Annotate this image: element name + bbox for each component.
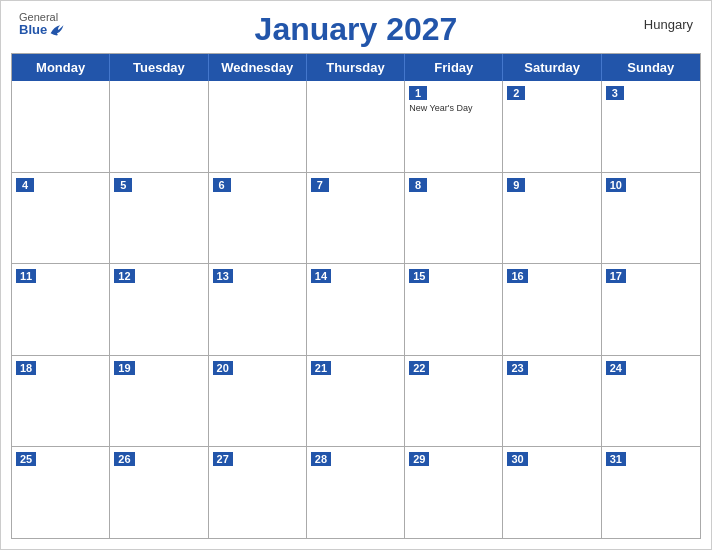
day-cell: 15 — [405, 264, 503, 355]
day-cell: 6 — [209, 173, 307, 264]
day-cell: 19 — [110, 356, 208, 447]
logo-area: General Blue — [19, 11, 65, 37]
day-number: 12 — [114, 269, 134, 283]
day-cell: 7 — [307, 173, 405, 264]
day-cell: 12 — [110, 264, 208, 355]
holiday-label: New Year's Day — [409, 103, 498, 114]
day-cell: 5 — [110, 173, 208, 264]
day-cell: 22 — [405, 356, 503, 447]
day-number: 30 — [507, 452, 527, 466]
day-cell: 2 — [503, 81, 601, 172]
day-header-saturday: Saturday — [503, 54, 601, 81]
day-number: 19 — [114, 361, 134, 375]
day-number: 23 — [507, 361, 527, 375]
day-cell: 16 — [503, 264, 601, 355]
day-number: 20 — [213, 361, 233, 375]
day-number: 29 — [409, 452, 429, 466]
day-cell: 31 — [602, 447, 700, 538]
day-header-friday: Friday — [405, 54, 503, 81]
day-header-wednesday: Wednesday — [209, 54, 307, 81]
calendar-title: January 2027 — [255, 11, 458, 48]
weeks-container: 1New Year's Day2345678910111213141516171… — [12, 81, 700, 538]
day-number: 13 — [213, 269, 233, 283]
day-cell: 14 — [307, 264, 405, 355]
day-number: 22 — [409, 361, 429, 375]
day-number: 6 — [213, 178, 231, 192]
day-number: 16 — [507, 269, 527, 283]
day-cell — [209, 81, 307, 172]
day-number: 14 — [311, 269, 331, 283]
day-cell: 25 — [12, 447, 110, 538]
day-number: 26 — [114, 452, 134, 466]
calendar-container: General Blue January 2027 Hungary Monday… — [0, 0, 712, 550]
day-number: 2 — [507, 86, 525, 100]
day-number: 11 — [16, 269, 36, 283]
day-cell: 18 — [12, 356, 110, 447]
week-row-4: 18192021222324 — [12, 356, 700, 448]
day-header-monday: Monday — [12, 54, 110, 81]
day-cell: 20 — [209, 356, 307, 447]
day-cell: 11 — [12, 264, 110, 355]
day-number: 5 — [114, 178, 132, 192]
logo-bird-icon — [49, 23, 65, 37]
day-number: 28 — [311, 452, 331, 466]
day-header-sunday: Sunday — [602, 54, 700, 81]
day-cell: 30 — [503, 447, 601, 538]
day-number: 1 — [409, 86, 427, 100]
day-cell: 29 — [405, 447, 503, 538]
day-number: 27 — [213, 452, 233, 466]
day-cell: 8 — [405, 173, 503, 264]
day-number: 15 — [409, 269, 429, 283]
day-cell: 3 — [602, 81, 700, 172]
day-cell: 27 — [209, 447, 307, 538]
day-headers-row: MondayTuesdayWednesdayThursdayFridaySatu… — [12, 54, 700, 81]
week-row-2: 45678910 — [12, 173, 700, 265]
day-number: 4 — [16, 178, 34, 192]
day-cell — [110, 81, 208, 172]
day-cell: 17 — [602, 264, 700, 355]
day-header-thursday: Thursday — [307, 54, 405, 81]
day-number: 10 — [606, 178, 626, 192]
day-number: 17 — [606, 269, 626, 283]
day-cell: 24 — [602, 356, 700, 447]
day-number: 18 — [16, 361, 36, 375]
day-number: 8 — [409, 178, 427, 192]
day-cell: 13 — [209, 264, 307, 355]
week-row-3: 11121314151617 — [12, 264, 700, 356]
day-number: 7 — [311, 178, 329, 192]
calendar-grid: MondayTuesdayWednesdayThursdayFridaySatu… — [11, 53, 701, 539]
day-number: 31 — [606, 452, 626, 466]
day-number: 21 — [311, 361, 331, 375]
day-number: 25 — [16, 452, 36, 466]
day-cell: 10 — [602, 173, 700, 264]
logo-blue-text: Blue — [19, 23, 65, 37]
day-cell: 1New Year's Day — [405, 81, 503, 172]
week-row-1: 1New Year's Day23 — [12, 81, 700, 173]
day-header-tuesday: Tuesday — [110, 54, 208, 81]
day-cell: 9 — [503, 173, 601, 264]
logo-blue-label: Blue — [19, 23, 47, 37]
week-row-5: 25262728293031 — [12, 447, 700, 538]
day-cell: 21 — [307, 356, 405, 447]
day-cell: 28 — [307, 447, 405, 538]
day-cell: 4 — [12, 173, 110, 264]
day-cell: 26 — [110, 447, 208, 538]
day-number: 9 — [507, 178, 525, 192]
country-label: Hungary — [644, 17, 693, 32]
day-number: 24 — [606, 361, 626, 375]
day-cell — [12, 81, 110, 172]
day-number: 3 — [606, 86, 624, 100]
day-cell — [307, 81, 405, 172]
day-cell: 23 — [503, 356, 601, 447]
calendar-header: General Blue January 2027 Hungary — [1, 1, 711, 53]
